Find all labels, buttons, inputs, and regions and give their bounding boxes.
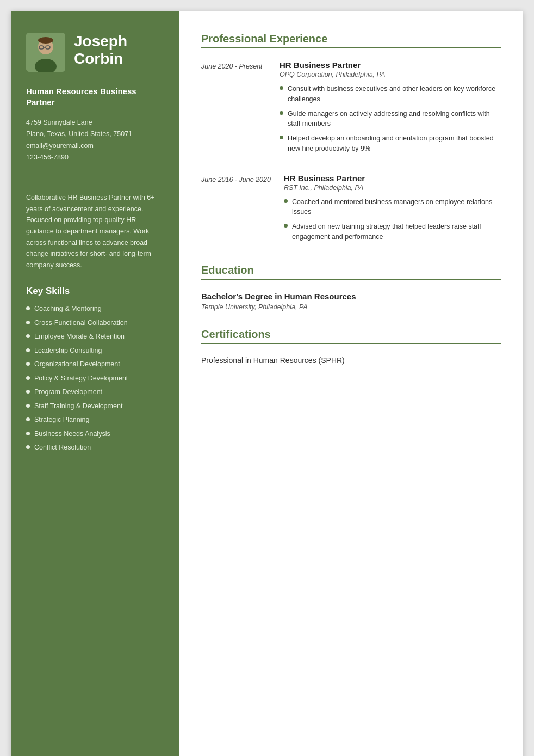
email: email@youremail.com	[26, 140, 164, 152]
skill-label: Employee Morale & Retention	[34, 332, 125, 342]
bullet-icon	[280, 136, 283, 139]
bullet-icon	[26, 376, 30, 380]
edu-degree: Bachelor's Degree in Human Resources	[201, 292, 501, 301]
profile-header: Joseph Corbin	[26, 33, 164, 72]
education-section: Education Bachelor's Degree in Human Res…	[201, 264, 501, 311]
bullet-icon	[26, 390, 30, 394]
bullet-icon	[26, 417, 30, 421]
name-title: Joseph Corbin	[74, 33, 127, 67]
skill-item: Business Needs Analysis	[26, 429, 164, 439]
bullet-icon	[26, 348, 30, 352]
bullet-icon	[26, 432, 30, 435]
bullet-icon	[26, 334, 30, 338]
skill-label: Leadership Consulting	[34, 346, 102, 356]
bullet-icon	[284, 224, 288, 228]
skill-item: Program Development	[26, 388, 164, 397]
bullet-icon	[26, 321, 30, 324]
bullet-icon	[26, 445, 30, 449]
exp-company: OPQ Corporation, Philadelphia, PA	[280, 71, 501, 78]
bullet-icon	[26, 306, 30, 310]
exp-bullet-text: Coached and mentored business managers o…	[292, 197, 501, 218]
job-title: Human Resources Business Partner	[26, 86, 164, 107]
exp-bullet-text: Consult with business executives and oth…	[288, 84, 501, 105]
exp-bullet-item: Consult with business executives and oth…	[280, 84, 501, 105]
skill-item: Policy & Strategy Development	[26, 374, 164, 384]
contact-info: 4759 Sunnydale Lane Plano, Texas, United…	[26, 117, 164, 163]
exp-date: June 2016 - June 2020	[201, 174, 271, 247]
address-line2: Plano, Texas, United States, 75071	[26, 128, 164, 140]
exp-bullets: Consult with business executives and oth…	[280, 84, 501, 154]
skills-section-title: Key Skills	[26, 286, 164, 297]
main-content: Professional Experience June 2020 - Pres…	[179, 11, 523, 756]
skill-item: Employee Morale & Retention	[26, 332, 164, 342]
skill-item: Leadership Consulting	[26, 346, 164, 356]
skill-item: Conflict Resolution	[26, 443, 164, 453]
experience-entries: June 2020 - PresentHR Business PartnerOP…	[201, 60, 501, 247]
avatar	[26, 33, 65, 72]
exp-bullet-item: Advised on new training strategy that he…	[284, 222, 501, 242]
skill-label: Organizational Development	[34, 360, 120, 370]
exp-job-title: HR Business Partner	[284, 174, 501, 183]
skill-item: Strategic Planning	[26, 415, 164, 425]
phone: 123-456-7890	[26, 152, 164, 163]
skill-label: Staff Training & Development	[34, 402, 122, 411]
exp-details: HR Business PartnerRST Inc., Philadelphi…	[284, 174, 501, 247]
certifications-section: Certifications Professional in Human Res…	[201, 328, 501, 365]
exp-bullet-text: Helped develop an onboarding and orienta…	[288, 133, 501, 154]
bullet-icon	[26, 362, 30, 366]
skill-label: Cross-Functional Collaboration	[34, 318, 128, 328]
skills-list: Coaching & MentoringCross-Functional Col…	[26, 304, 164, 457]
education-entries: Bachelor's Degree in Human ResourcesTemp…	[201, 292, 501, 311]
address-line1: 4759 Sunnydale Lane	[26, 117, 164, 128]
certifications-section-title: Certifications	[201, 328, 501, 344]
exp-bullet-text: Advised on new training strategy that he…	[292, 222, 501, 242]
skill-item: Staff Training & Development	[26, 402, 164, 411]
bullet-icon	[280, 86, 283, 90]
skill-item: Coaching & Mentoring	[26, 304, 164, 314]
cert-name: Professional in Human Resources (SPHR)	[201, 356, 501, 365]
education-section-title: Education	[201, 264, 501, 280]
person-name: Joseph Corbin	[74, 33, 127, 67]
skill-label: Coaching & Mentoring	[34, 304, 102, 314]
bullet-icon	[26, 404, 30, 408]
bullet-icon	[284, 199, 288, 203]
skill-label: Policy & Strategy Development	[34, 374, 128, 384]
certifications-entries: Professional in Human Resources (SPHR)	[201, 356, 501, 365]
skill-label: Conflict Resolution	[34, 443, 91, 453]
exp-bullets: Coached and mentored business managers o…	[284, 197, 501, 242]
exp-job-title: HR Business Partner	[280, 60, 501, 70]
skill-item: Cross-Functional Collaboration	[26, 318, 164, 328]
experience-entry: June 2020 - PresentHR Business PartnerOP…	[201, 60, 501, 158]
skill-label: Program Development	[34, 388, 102, 397]
skill-label: Business Needs Analysis	[34, 429, 110, 439]
experience-section-title: Professional Experience	[201, 33, 501, 48]
exp-bullet-item: Coached and mentored business managers o…	[284, 197, 501, 218]
exp-details: HR Business PartnerOPQ Corporation, Phil…	[280, 60, 501, 158]
svg-point-5	[38, 37, 53, 44]
experience-entry: June 2016 - June 2020HR Business Partner…	[201, 174, 501, 247]
resume-container: Joseph Corbin Human Resources Business P…	[11, 11, 523, 756]
exp-company: RST Inc., Philadelphia, PA	[284, 184, 501, 192]
bullet-icon	[280, 111, 283, 115]
skill-label: Strategic Planning	[34, 415, 89, 425]
sidebar: Joseph Corbin Human Resources Business P…	[11, 11, 179, 756]
skill-item: Organizational Development	[26, 360, 164, 370]
exp-bullet-text: Guide managers on actively addressing an…	[288, 109, 501, 130]
edu-school: Temple University, Philadelphia, PA	[201, 303, 501, 311]
experience-section: Professional Experience June 2020 - Pres…	[201, 33, 501, 247]
summary-text: Collaborative HR Business Partner with 6…	[26, 192, 164, 271]
divider	[26, 182, 164, 182]
exp-bullet-item: Helped develop an onboarding and orienta…	[280, 133, 501, 154]
exp-date: June 2020 - Present	[201, 60, 266, 158]
exp-bullet-item: Guide managers on actively addressing an…	[280, 109, 501, 130]
